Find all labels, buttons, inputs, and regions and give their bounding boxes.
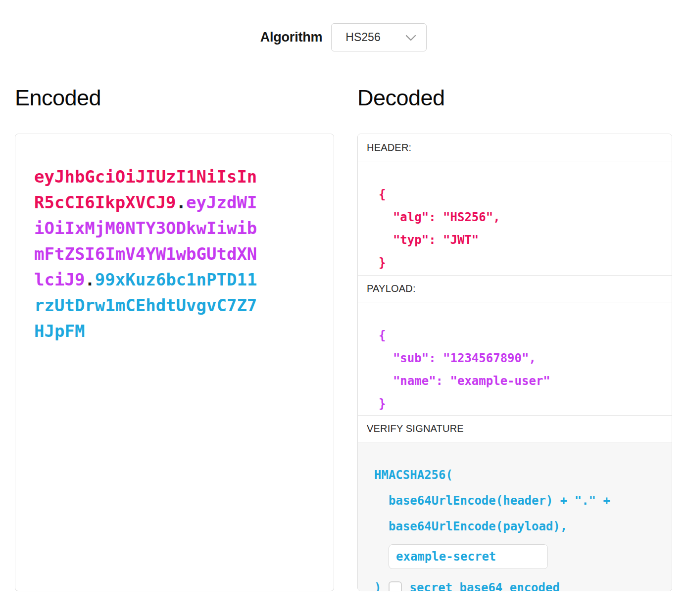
decoded-heading: Decoded — [357, 85, 445, 111]
base64-payload-line: base64UrlEncode(payload), — [374, 514, 662, 539]
algorithm-select[interactable]: HS256 — [331, 23, 427, 51]
payload-section-label: PAYLOAD: — [358, 275, 672, 302]
verify-section-label: VERIFY SIGNATURE — [358, 415, 672, 442]
encoded-heading: Encoded — [15, 85, 101, 111]
secret-input[interactable] — [389, 544, 548, 569]
encoded-panel: eyJhbGciOiJIUzI1NiIsInR5cCI6IkpXVCJ9.eyJ… — [15, 134, 334, 591]
header-json-editor[interactable]: { "alg": "HS256", "typ": "JWT" } — [358, 161, 672, 275]
base64-checkbox[interactable] — [389, 581, 402, 592]
chevron-down-icon — [405, 34, 416, 41]
header-section-label: HEADER: — [358, 134, 672, 161]
hmac-function-line: HMACSHA256( — [374, 462, 662, 488]
token-separator-1: . — [176, 192, 186, 212]
payload-json-editor[interactable]: { "sub": "1234567890", "name": "example-… — [358, 302, 672, 415]
algorithm-row: Algorithm HS256 — [0, 23, 687, 51]
jwt-debugger-page: Algorithm HS256 Encoded Decoded eyJhbGci… — [0, 0, 687, 616]
closing-paren: ) — [374, 575, 381, 591]
algorithm-label: Algorithm — [260, 30, 323, 45]
decoded-panel: HEADER: { "alg": "HS256", "typ": "JWT" }… — [357, 134, 672, 591]
closing-row: ) secret base64 encoded — [374, 575, 662, 591]
base64-header-line: base64UrlEncode(header) + "." + — [374, 488, 662, 514]
token-separator-2: . — [85, 270, 95, 289]
verify-signature-code: HMACSHA256( base64UrlEncode(header) + ".… — [358, 442, 672, 591]
jwt-token-editor[interactable]: eyJhbGciOiJIUzI1NiIsInR5cCI6IkpXVCJ9.eyJ… — [34, 164, 259, 344]
algorithm-selected-value: HS256 — [345, 31, 405, 44]
base64-checkbox-label: secret base64 encoded — [409, 575, 559, 591]
